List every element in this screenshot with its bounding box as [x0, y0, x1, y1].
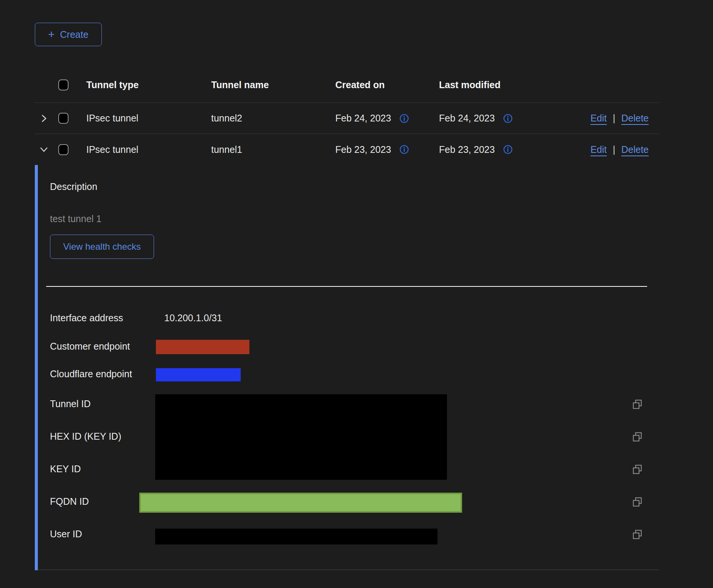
redacted-fqdn-id — [139, 493, 462, 513]
view-health-checks-button[interactable]: View health checks — [50, 235, 154, 259]
edit-link[interactable]: Edit — [590, 144, 607, 155]
copy-hex-id-icon[interactable] — [631, 431, 643, 443]
delete-link[interactable]: Delete — [621, 144, 649, 155]
field-label-interface-address: Interface address — [50, 312, 123, 324]
create-button-label: Create — [60, 29, 89, 40]
redacted-user-id — [155, 529, 437, 544]
field-label-user-id: User ID — [50, 528, 82, 540]
expand-chevron-right-icon[interactable] — [39, 114, 49, 123]
action-separator: | — [613, 113, 615, 124]
delete-link[interactable]: Delete — [621, 113, 649, 124]
created-on-cell: Feb 24, 2023 — [335, 113, 391, 124]
field-label-fqdn-id: FQDN ID — [50, 496, 89, 507]
header-last-modified: Last modified — [439, 79, 541, 90]
last-modified-cell: Feb 24, 2023 — [439, 113, 495, 124]
select-all-checkbox[interactable] — [58, 79, 68, 90]
table-row: IPsec tunnel tunnel2 Feb 24, 2023 Feb 24… — [35, 103, 659, 134]
header-created-on: Created on — [335, 79, 439, 90]
tunnel-name-cell: tunnel2 — [211, 113, 335, 124]
tunnel-type-cell: IPsec tunnel — [86, 113, 211, 124]
description-value: test tunnel 1 — [50, 213, 101, 224]
interface-address-value: 10.200.1.0/31 — [164, 312, 222, 324]
redacted-cloudflare-endpoint — [156, 368, 241, 381]
copy-user-id-icon[interactable] — [631, 529, 643, 541]
table-header-row: Tunnel type Tunnel name Created on Last … — [35, 67, 659, 103]
tunnel-table: Tunnel type Tunnel name Created on Last … — [35, 67, 659, 570]
create-button[interactable]: + Create — [35, 23, 102, 46]
copy-key-id-icon[interactable] — [631, 464, 643, 476]
copy-fqdn-id-icon[interactable] — [631, 496, 643, 508]
row-checkbox[interactable] — [58, 144, 68, 155]
edit-link[interactable]: Edit — [590, 113, 607, 124]
field-label-hex-id: HEX ID (KEY ID) — [50, 431, 121, 442]
copy-tunnel-id-icon[interactable] — [631, 398, 643, 411]
last-modified-cell: Feb 23, 2023 — [439, 144, 495, 155]
tunnel-name-cell: tunnel1 — [211, 144, 335, 155]
field-label-key-id: KEY ID — [50, 463, 81, 474]
header-tunnel-name: Tunnel name — [211, 79, 335, 90]
tunnel-type-cell: IPsec tunnel — [86, 144, 211, 155]
field-label-customer-endpoint: Customer endpoint — [50, 341, 130, 352]
info-icon[interactable] — [399, 145, 409, 154]
field-label-tunnel-id: Tunnel ID — [50, 398, 90, 409]
info-icon[interactable] — [503, 114, 513, 123]
created-on-cell: Feb 23, 2023 — [335, 144, 391, 155]
action-separator: | — [613, 144, 615, 155]
expanded-accent-bar — [35, 165, 38, 570]
field-label-cloudflare-endpoint: Cloudflare endpoint — [50, 368, 132, 380]
row-checkbox[interactable] — [58, 113, 68, 124]
redacted-tunnel-hex-key-ids — [155, 394, 447, 480]
info-icon[interactable] — [503, 145, 513, 154]
section-divider — [46, 286, 647, 287]
redacted-customer-endpoint — [156, 340, 249, 354]
header-tunnel-type: Tunnel type — [86, 79, 211, 90]
table-row: IPsec tunnel tunnel1 Feb 23, 2023 Feb 23… — [35, 134, 659, 165]
plus-icon: + — [48, 29, 55, 40]
main-content: + Create Tunnel type Tunnel name Created… — [35, 0, 659, 570]
description-label: Description — [50, 181, 97, 192]
info-icon[interactable] — [399, 114, 409, 123]
collapse-chevron-down-icon[interactable] — [39, 145, 49, 154]
tunnel-detail-panel: Description test tunnel 1 View health ch… — [35, 165, 659, 570]
